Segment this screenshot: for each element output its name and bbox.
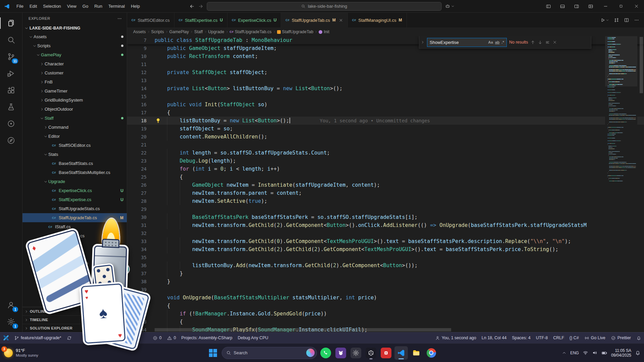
- unity-app[interactable]: [364, 346, 378, 360]
- tree-item-GameTimer[interactable]: GameTimer: [22, 86, 127, 96]
- forward-icon[interactable]: [198, 4, 204, 9]
- line-content[interactable]: newItem.transform.GetChild(2).GetChild(2…: [155, 245, 644, 253]
- menu-item-selection[interactable]: Selection: [40, 0, 64, 13]
- compare-changes-icon[interactable]: [614, 17, 619, 23]
- line-content[interactable]: BaseStaffStatsPerk baseStaffStatsPerk = …: [155, 213, 644, 221]
- code-line-29[interactable]: 29: [127, 205, 644, 213]
- code-line-21[interactable]: 21: [127, 141, 644, 149]
- tree-item-BaseStaffStats.cs[interactable]: C#BaseStaffStats.cs: [22, 159, 127, 168]
- line-content[interactable]: newItem.SetActive(true);: [155, 197, 644, 205]
- errors-status[interactable]: 0: [150, 333, 164, 343]
- line-content[interactable]: [155, 229, 644, 237]
- code-line-16[interactable]: 16public void Init(StaffObject so): [127, 101, 644, 109]
- line-content[interactable]: [155, 60, 644, 68]
- tab-StaffExpertise.cs[interactable]: C#StaffExpertise.csU: [174, 13, 228, 27]
- build-config-status[interactable]: Debug Any CPU: [235, 333, 271, 343]
- restore-button[interactable]: [613, 0, 629, 13]
- whatsapp-app[interactable]: [319, 346, 332, 360]
- code-line-37[interactable]: 37}: [127, 269, 644, 278]
- breadcrumb-item-Assets[interactable]: Assets: [133, 29, 146, 34]
- tree-item-Staff[interactable]: Staff: [22, 114, 127, 123]
- line-content[interactable]: }: [155, 269, 644, 278]
- breadcrumb-item-Upgrade[interactable]: Upgrade: [208, 29, 224, 34]
- tree-item-Scripts[interactable]: Scripts: [22, 41, 127, 50]
- line-content[interactable]: staffObject = so;: [155, 125, 644, 133]
- notifications-bell-icon[interactable]: [635, 350, 641, 356]
- line-content[interactable]: }: [155, 278, 644, 286]
- blame-status[interactable]: You, 1 second ago: [432, 333, 479, 343]
- line-content[interactable]: public RectTransform content;: [155, 52, 644, 60]
- vertical-scrollbar[interactable]: [639, 36, 644, 327]
- line-content[interactable]: void OnUpgrade(BaseStaffStatsMultiplier …: [155, 294, 644, 302]
- toggle-replace-icon[interactable]: [421, 40, 425, 44]
- line-content[interactable]: newItem.transform.GetChild(0).GetCompone…: [155, 237, 644, 245]
- code-line-10[interactable]: 10public RectTransform content;: [127, 52, 644, 60]
- line-content[interactable]: public void Init(StaffObject so): [155, 101, 644, 109]
- line-content[interactable]: private StaffObject staffObject;: [155, 68, 644, 76]
- customize-layout-icon[interactable]: [584, 0, 598, 13]
- line-content[interactable]: content.RemoveAllChildren();: [155, 133, 644, 141]
- command-center-search[interactable]: lake-side-bar-fishing: [207, 2, 442, 11]
- menu-item-file[interactable]: File: [13, 0, 26, 13]
- copilot-menu[interactable]: [445, 4, 455, 9]
- eol-status[interactable]: CRLF: [550, 333, 567, 343]
- tree-item-Character[interactable]: Character: [22, 59, 127, 68]
- menu-item-edit[interactable]: Edit: [26, 0, 40, 13]
- code-line-43[interactable]: 43{: [127, 318, 644, 326]
- code-line-42[interactable]: 42if (!BarManager.Instance.Gold.SpendGol…: [127, 310, 644, 318]
- vscode-app[interactable]: [394, 346, 408, 360]
- code-line-23[interactable]: 23Debug.Log(length);: [127, 157, 644, 165]
- close-tab-icon[interactable]: [339, 18, 343, 22]
- language-mode-status[interactable]: {} C#: [567, 333, 582, 343]
- toggle-panel-bottom-icon[interactable]: [555, 0, 570, 13]
- code-line-22[interactable]: 22int length = so.staffSO.staffUpgradeSt…: [127, 149, 644, 157]
- code-line-27[interactable]: 27newItem.transform.parent = content;: [127, 189, 644, 197]
- volume-icon[interactable]: [592, 350, 598, 356]
- back-icon[interactable]: [190, 4, 195, 9]
- chrome-app[interactable]: [425, 346, 438, 360]
- line-content[interactable]: {: [155, 302, 644, 310]
- go-live-status[interactable]: Go Live: [582, 333, 608, 343]
- code-line-18[interactable]: 18listButtonBuy = new List<Button>();You…: [127, 117, 644, 125]
- whole-word-icon[interactable]: ab: [495, 40, 499, 44]
- line-content[interactable]: {: [155, 109, 644, 117]
- find-input[interactable]: ShowExpertise Aa ab .*: [427, 38, 507, 47]
- line-content[interactable]: for (int i = 0; i < length; i++): [155, 165, 644, 173]
- clock[interactable]: 11:05 SA 09/04/2025: [611, 348, 631, 358]
- code-line-40[interactable]: 40void OnUpgrade(BaseStaffStatsMultiplie…: [127, 294, 644, 302]
- code-line-32[interactable]: 32: [127, 229, 644, 237]
- extensions-button[interactable]: [3, 82, 19, 99]
- notifications-bell[interactable]: [634, 333, 644, 343]
- menu-item-view[interactable]: View: [64, 0, 79, 13]
- tab-ExpertiseClick.cs[interactable]: C#ExpertiseClick.csU: [227, 13, 281, 27]
- line-content[interactable]: private List<Button> listButtonBuy = new…: [155, 84, 644, 93]
- code-line-11[interactable]: 11: [127, 60, 644, 68]
- code-line-36[interactable]: 36listButtonBuy.Add(newItem.transform.Ge…: [127, 261, 644, 269]
- warnings-status[interactable]: 0: [164, 333, 179, 343]
- breadcrumb-item-Init[interactable]: Init: [319, 29, 329, 34]
- code-line-35[interactable]: 35: [127, 253, 644, 261]
- line-content[interactable]: newItem.transform.GetChild(2).GetCompone…: [155, 221, 644, 229]
- tree-item-Stats[interactable]: Stats: [22, 150, 127, 159]
- project-root-row[interactable]: LAKE-SIDE-BAR-FISHING: [22, 24, 127, 32]
- code-line-38[interactable]: 38}: [127, 278, 644, 286]
- tab-StaffManagingUI.cs[interactable]: C#StaffManagingUI.csM: [348, 13, 407, 27]
- search-button[interactable]: [3, 32, 19, 48]
- menu-item-help[interactable]: Help: [128, 0, 143, 13]
- breadcrumb-item-StaffUpgradeTab[interactable]: StaffUpgradeTab: [277, 29, 314, 34]
- settings-gear-button[interactable]: 1: [3, 313, 19, 330]
- encoding-status[interactable]: UTF-8: [533, 333, 550, 343]
- line-content[interactable]: int length = so.staffSO.staffUpgradeStat…: [155, 149, 644, 157]
- split-editor-icon[interactable]: [624, 17, 629, 23]
- close-button[interactable]: [629, 0, 644, 13]
- remote-explorer-button[interactable]: [3, 132, 19, 149]
- tree-item-Upgrade[interactable]: Upgrade: [22, 177, 127, 186]
- menu-item-terminal[interactable]: Terminal: [105, 0, 128, 13]
- line-content[interactable]: newItem.transform.parent = content;: [155, 189, 644, 197]
- toggle-panel-right-icon[interactable]: [570, 0, 584, 13]
- cursor-position-status[interactable]: Ln 18, Col 44: [479, 333, 509, 343]
- code-line-19[interactable]: 19staffObject = so;: [127, 125, 644, 133]
- github-desktop-app[interactable]: [334, 346, 347, 360]
- code-line-12[interactable]: 12private StaffObject staffObject;: [127, 68, 644, 76]
- source-control-button[interactable]: 11: [3, 48, 19, 65]
